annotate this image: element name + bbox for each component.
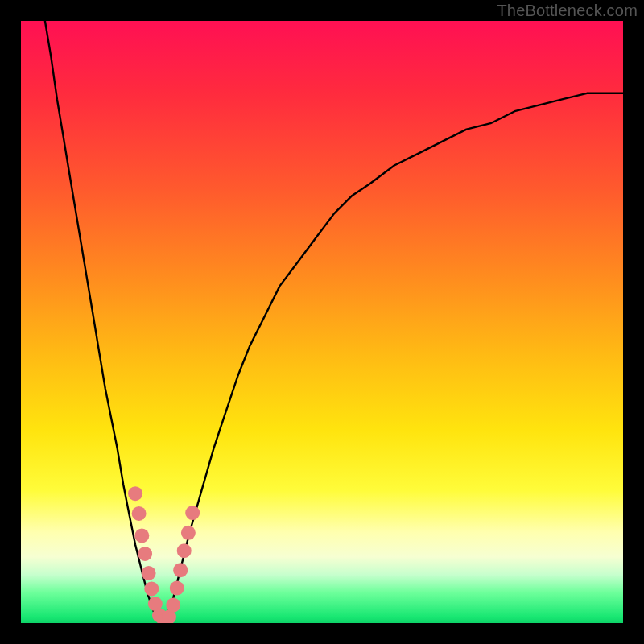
curve-marker-dot [138, 547, 152, 561]
curve-marker-dot [134, 529, 149, 543]
curve-marker-dot [144, 581, 159, 596]
watermark-text: TheBottleneck.com [497, 2, 638, 20]
curve-marker-dot [177, 543, 192, 558]
plot-area [21, 21, 623, 623]
curve-marker-dot [128, 486, 142, 501]
curve-marker-dot [142, 566, 156, 580]
curve-marker-dot [170, 581, 184, 596]
curve-layer [21, 21, 623, 623]
curve-marker-dot [181, 526, 196, 540]
chart-frame: TheBottleneck.com [0, 0, 644, 644]
curve-marker-dot [185, 506, 200, 520]
curve-markers [128, 486, 200, 623]
bottleneck-curve-path [45, 21, 623, 623]
curve-marker-dot [173, 563, 188, 577]
curve-marker-dot [166, 598, 180, 613]
curve-marker-dot [132, 506, 147, 521]
